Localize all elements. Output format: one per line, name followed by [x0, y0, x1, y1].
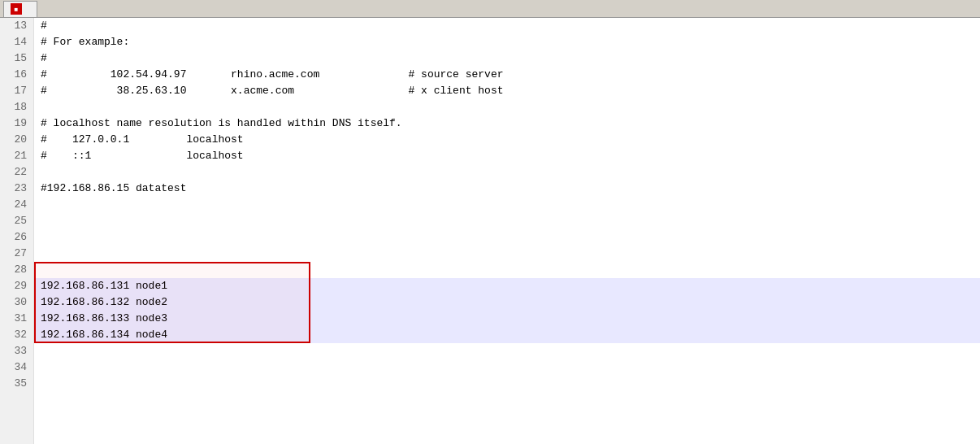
- code-line: # 127.0.0.1 localhost: [34, 132, 980, 148]
- line-number: 18: [0, 99, 33, 115]
- code-line: # For example:: [34, 34, 980, 50]
- code-line: [34, 197, 980, 213]
- line-number: 15: [0, 50, 33, 67]
- line-number: 30: [0, 294, 33, 311]
- line-number: 13: [0, 18, 33, 34]
- code-line: # 38.25.63.10 x.acme.com # x client host: [34, 83, 980, 99]
- code-line: #: [34, 18, 980, 34]
- line-number: 25: [0, 213, 33, 229]
- line-number: 23: [0, 181, 33, 197]
- line-number: 16: [0, 67, 33, 83]
- line-number: 20: [0, 132, 33, 148]
- line-number: 35: [0, 376, 33, 392]
- line-number: 34: [0, 359, 33, 376]
- line-number: 14: [0, 34, 33, 50]
- code-line: [34, 262, 980, 278]
- line-number: 29: [0, 278, 33, 294]
- code-line: #192.168.86.15 datatest: [34, 181, 980, 197]
- code-line: 192.168.86.133 node3: [34, 311, 980, 327]
- line-number: 31: [0, 311, 33, 327]
- tab-file-icon: ■: [11, 3, 22, 15]
- code-line: [34, 246, 980, 262]
- title-bar: ■: [0, 0, 980, 18]
- line-number: 24: [0, 197, 33, 213]
- code-line: # localhost name resolution is handled w…: [34, 115, 980, 132]
- code-area[interactable]: ## For example:## 102.54.94.97 rhino.acm…: [34, 18, 980, 444]
- code-line: [34, 343, 980, 359]
- code-line: [34, 359, 980, 376]
- code-line: 192.168.86.134 node4: [34, 327, 980, 343]
- line-number: 32: [0, 327, 33, 343]
- line-number: 28: [0, 262, 33, 278]
- code-line: [34, 99, 980, 115]
- code-line: # ::1 localhost: [34, 148, 980, 164]
- editor-container: 1314151617181920212223242526272829303132…: [0, 18, 980, 444]
- file-tab[interactable]: ■: [3, 1, 37, 17]
- line-number: 19: [0, 115, 33, 132]
- code-line: 192.168.86.131 node1: [34, 278, 980, 294]
- line-number: 27: [0, 246, 33, 262]
- line-numbers: 1314151617181920212223242526272829303132…: [0, 18, 34, 444]
- code-line: 192.168.86.132 node2: [34, 294, 980, 311]
- code-line: [34, 213, 980, 229]
- code-line: [34, 376, 980, 392]
- line-number: 26: [0, 229, 33, 246]
- code-line: # 102.54.94.97 rhino.acme.com # source s…: [34, 67, 980, 83]
- line-number: 21: [0, 148, 33, 164]
- code-line: #: [34, 50, 980, 67]
- code-line: [34, 164, 980, 181]
- line-number: 22: [0, 164, 33, 181]
- code-line: [34, 229, 980, 246]
- line-number: 17: [0, 83, 33, 99]
- line-number: 33: [0, 343, 33, 359]
